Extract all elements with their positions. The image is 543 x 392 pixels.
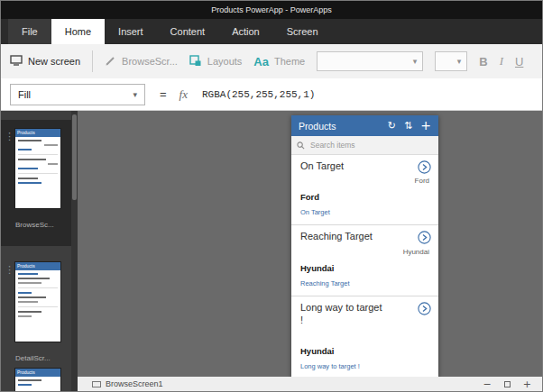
item-subtitle: Ford (300, 177, 431, 185)
screens-panel: ⋮ Products BrowseSc... ⋮ Products (1, 111, 78, 391)
item-body: Hyundai (300, 346, 431, 356)
property-dropdown-value: Fill (18, 89, 31, 100)
tab-action[interactable]: Action (218, 19, 273, 44)
app-header: Products ↻ ⇅ + (291, 115, 438, 136)
thumbnail-header-title: Products (17, 369, 35, 377)
thumbnail-header: Products (15, 129, 60, 137)
theme-button[interactable]: Aa Theme (253, 55, 305, 68)
zoom-controls: − + (483, 378, 531, 390)
tab-insert[interactable]: Insert (105, 19, 157, 44)
sort-icon[interactable]: ⇅ (404, 120, 412, 132)
item-status: On Target (300, 208, 431, 216)
new-screen-button[interactable]: New screen (10, 55, 80, 68)
chevron-down-icon: ▾ (457, 57, 462, 66)
screen-options-icon[interactable]: ⋮ (5, 264, 14, 276)
fx-icon: fx (179, 87, 188, 102)
chevron-down-icon: ▾ (413, 57, 418, 66)
gallery-list: On Target Ford Ford On Target Reaching T… (291, 155, 438, 377)
new-screen-label: New screen (28, 56, 80, 67)
item-title: On Target (300, 160, 383, 172)
layouts-icon (189, 55, 202, 68)
item-subtitle: Hyundai (300, 248, 431, 256)
app-title: Products (299, 121, 380, 132)
layouts-button[interactable]: Layouts (189, 55, 243, 68)
screen-item-browsescreen[interactable]: ⋮ Products BrowseSc... (1, 120, 71, 246)
zoom-out-button[interactable]: − (483, 378, 492, 390)
ribbon-toolbar: New screen BrowseScr... Layouts Aa Theme… (1, 44, 542, 78)
screen-thumbnail-browse[interactable]: Products (15, 129, 60, 208)
screen-options-icon[interactable]: ⋮ (5, 131, 14, 142)
screen-thumbnail-label: DetailScr... (15, 354, 51, 362)
browse-screen-button[interactable]: BrowseScr... (105, 55, 178, 68)
window-titlebar: Products PowerApp - PowerApps (1, 1, 542, 19)
gallery-item[interactable]: On Target Ford Ford On Target (291, 155, 438, 225)
search-bar (291, 136, 438, 155)
theme-aa-icon: Aa (253, 55, 269, 68)
thumbnail-preview (15, 137, 60, 184)
chevron-right-icon[interactable] (418, 160, 431, 174)
current-screen-name: BrowseScreen1 (106, 379, 163, 388)
window-title: Products PowerApp - PowerApps (211, 5, 332, 14)
chevron-right-icon[interactable] (418, 231, 431, 244)
chevron-down-icon: ▾ (133, 90, 137, 99)
thumbnail-header: Products (15, 369, 60, 377)
fit-to-window-button[interactable] (504, 381, 511, 387)
screen-thumbnail-label: BrowseSc... (15, 221, 54, 229)
chevron-right-icon[interactable] (418, 302, 431, 315)
gallery-item[interactable]: Long way to target ! Hyundai Long way to… (291, 296, 438, 377)
search-icon (297, 137, 305, 153)
pencil-icon (105, 55, 116, 68)
screen-icon (92, 381, 101, 387)
powerapps-studio-window: Products PowerApp - PowerApps File Home … (0, 0, 543, 392)
italic-button[interactable]: I (500, 54, 503, 68)
item-body: Hyundai (300, 263, 431, 273)
formula-bar: Fill ▾ = fx RGBA(255,255,255,1) (1, 78, 542, 111)
item-status: Long way to target ! (300, 362, 431, 370)
item-title: Long way to target ! (300, 301, 383, 327)
equals-sign: = (160, 87, 167, 101)
zoom-in-button[interactable]: + (523, 378, 531, 390)
add-item-icon[interactable]: + (420, 118, 431, 132)
thumbnail-header-title: Products (17, 129, 35, 137)
underline-button[interactable]: U (515, 55, 523, 68)
refresh-icon[interactable]: ↻ (388, 120, 396, 132)
ribbon-tab-bar: File Home Insert Content Action Screen (1, 19, 542, 44)
thumbnail-header: Products (15, 262, 60, 270)
theme-label: Theme (274, 56, 305, 67)
gallery-item[interactable]: Reaching Target Hyundai Hyundai Reaching… (291, 225, 438, 296)
status-bar: BrowseScreen1 − + (78, 377, 542, 391)
scrollbar-thumb[interactable] (72, 114, 77, 200)
thumbnail-preview (15, 377, 60, 386)
item-status: Reaching Target (300, 279, 431, 287)
tab-screen[interactable]: Screen (273, 19, 332, 44)
current-screen-indicator[interactable]: BrowseScreen1 (92, 379, 163, 388)
font-size-dropdown[interactable]: ▾ (435, 51, 467, 71)
toolbar-separator (92, 50, 93, 72)
layouts-label: Layouts (207, 56, 243, 67)
tab-home[interactable]: Home (51, 19, 105, 44)
item-body: Ford (300, 192, 431, 202)
screen-item-detailscreen[interactable]: ⋮ Products DetailScr... (1, 253, 71, 387)
new-screen-icon (10, 55, 23, 68)
screen-thumbnail-detail[interactable]: Products (15, 262, 60, 342)
thumbnail-preview (15, 270, 60, 317)
bold-button[interactable]: B (479, 55, 487, 68)
search-input[interactable] (308, 140, 408, 150)
property-dropdown[interactable]: Fill ▾ (10, 84, 145, 105)
browse-screen-label: BrowseScr... (122, 56, 178, 67)
tab-content[interactable]: Content (157, 19, 219, 44)
screen-preview[interactable]: Products ↻ ⇅ + On Target Ford For (291, 115, 438, 377)
design-canvas[interactable]: Products ↻ ⇅ + On Target Ford For (78, 111, 542, 377)
tab-file[interactable]: File (8, 19, 51, 44)
font-family-dropdown[interactable]: ▾ (317, 51, 423, 71)
item-subtitle (300, 331, 431, 339)
screen-thumbnail-partial[interactable]: Products (15, 369, 60, 391)
item-title: Reaching Target (300, 230, 383, 242)
formula-input[interactable]: RGBA(255,255,255,1) (202, 89, 315, 100)
screens-panel-scrollbar[interactable] (71, 111, 78, 391)
thumbnail-header-title: Products (17, 262, 35, 270)
